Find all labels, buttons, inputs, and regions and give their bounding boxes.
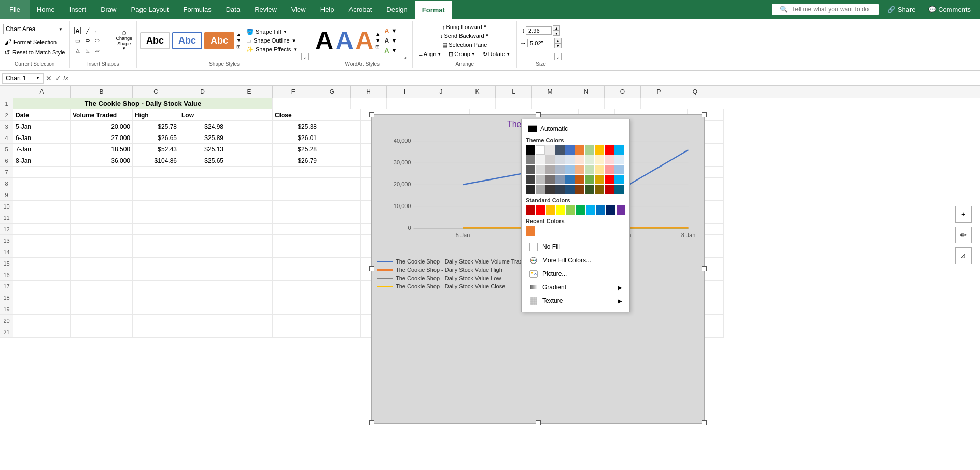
theme-swatch-7-0[interactable] [595,145,604,155]
cell-c12[interactable] [133,224,179,235]
cell-g5[interactable] [319,144,361,155]
handle-bl[interactable] [369,420,374,425]
theme-swatch-9-1[interactable] [614,155,624,164]
theme-swatch-9-0[interactable] [614,145,624,155]
width-down-button[interactable]: ▼ [554,43,562,48]
name-box[interactable]: Chart 1 ▼ [2,73,44,84]
cell-b14[interactable] [71,246,133,258]
cell-e15[interactable] [226,258,273,269]
text-effects-button[interactable]: A ▼ [382,46,399,55]
cell-g10[interactable] [319,201,361,212]
cell-b8[interactable] [71,178,133,189]
handle-bm[interactable] [536,420,541,425]
cell-a1[interactable]: The Cookie Shop - Daily Stock Value [13,98,273,109]
theme-swatch-2-2[interactable] [545,165,555,174]
row-num-19[interactable]: 19 [0,303,13,315]
cell-e20[interactable] [226,315,273,326]
theme-swatch-8-4[interactable] [605,185,614,194]
cell-e3[interactable] [226,121,273,132]
cell-c10[interactable] [133,201,179,212]
theme-swatch-3-3[interactable] [555,175,565,184]
cell-c4[interactable]: $26.65 [133,132,179,144]
col-header-k[interactable]: K [459,86,496,98]
tab-format[interactable]: Format [415,0,452,19]
tab-design[interactable]: Design [379,0,414,19]
cell-f18[interactable] [273,292,319,303]
col-header-a[interactable]: A [13,86,71,98]
col-header-m[interactable]: M [532,86,568,98]
col-header-c[interactable]: C [133,86,179,98]
wordart-scroll[interactable]: ▲ ▼ ⊞ [375,32,380,49]
align-button[interactable]: ≡ Align ▼ [416,50,444,59]
row-num-3[interactable]: 3 [0,121,13,132]
wordart-black[interactable]: A [315,28,333,53]
cell-f4[interactable]: $26.01 [273,132,319,144]
cell-a21[interactable] [13,326,71,338]
selection-pane-button[interactable]: ▤ Selection Pane [439,40,490,49]
height-up-button[interactable]: ▲ [553,25,560,31]
cell-d5[interactable]: $25.13 [179,144,226,155]
std-swatch-4[interactable] [566,205,575,215]
share-button[interactable]: 🔗 Share [883,5,919,15]
cell-e17[interactable] [226,281,273,292]
col-header-d[interactable]: D [179,86,226,98]
cell-b3[interactable]: 20,000 [71,121,133,132]
std-swatch-8[interactable] [606,205,615,215]
cell-b2[interactable]: Volume Traded [71,109,133,121]
tab-insert[interactable]: Insert [62,0,94,19]
width-up-button[interactable]: ▲ [554,38,562,43]
cell-n1[interactable] [532,98,568,109]
cell-f8[interactable] [273,178,319,189]
theme-swatch-9-4[interactable] [614,185,624,194]
cell-b11[interactable] [71,212,133,224]
cell-b6[interactable]: 36,000 [71,155,133,167]
cell-d13[interactable] [179,235,226,246]
recent-swatch-0[interactable] [526,226,535,236]
cell-q1[interactable] [641,98,677,109]
row-num-11[interactable]: 11 [0,212,13,224]
cell-f12[interactable] [273,224,319,235]
cell-c7[interactable] [133,167,179,178]
cell-g1[interactable] [273,98,314,109]
theme-swatch-2-0[interactable] [545,145,555,155]
col-header-h[interactable]: H [351,86,387,98]
cell-d12[interactable] [179,224,226,235]
cell-d10[interactable] [179,201,226,212]
cell-e14[interactable] [226,246,273,258]
cell-g14[interactable] [319,246,361,258]
send-backward-button[interactable]: ↓ Send Backward ▼ [437,32,492,40]
cell-e6[interactable] [226,155,273,167]
cell-d15[interactable] [179,258,226,269]
shape-effects-button[interactable]: ✨ Shape Effects ▼ [244,46,299,53]
cell-f5[interactable]: $25.28 [273,144,319,155]
theme-swatch-6-4[interactable] [585,185,594,194]
cell-f17[interactable] [273,281,319,292]
row-num-5[interactable]: 5 [0,144,13,155]
cell-b10[interactable] [71,201,133,212]
cell-g15[interactable] [319,258,361,269]
shape-style-blue[interactable]: Abc [172,32,202,49]
theme-swatch-4-1[interactable] [565,155,575,164]
shape-more[interactable] [103,36,112,45]
shape-rect[interactable]: ▭ [73,36,82,45]
cell-f10[interactable] [273,201,319,212]
theme-swatch-2-1[interactable] [545,155,555,164]
row-num-17[interactable]: 17 [0,281,13,292]
shape-outline-button[interactable]: ▭ Shape Outline ▼ [244,37,299,45]
rotate-button[interactable]: ↻ Rotate ▼ [480,50,513,59]
cell-a3[interactable]: 5-Jan [13,121,71,132]
cell-l1[interactable] [459,98,496,109]
tab-review[interactable]: Review [247,0,284,19]
cell-c19[interactable] [133,303,179,315]
cell-b7[interactable] [71,167,133,178]
std-swatch-6[interactable] [586,205,595,215]
row-num-14[interactable]: 14 [0,246,13,258]
cell-f7[interactable] [273,167,319,178]
wordart-expand[interactable]: ⌟ [402,53,409,60]
std-swatch-9[interactable] [617,205,625,215]
chart-area-dropdown[interactable]: Chart Area ▼ [3,24,65,34]
cell-f20[interactable] [273,315,319,326]
theme-swatch-3-0[interactable] [555,145,565,155]
row-num-8[interactable]: 8 [0,178,13,189]
theme-swatch-1-0[interactable] [536,145,545,155]
